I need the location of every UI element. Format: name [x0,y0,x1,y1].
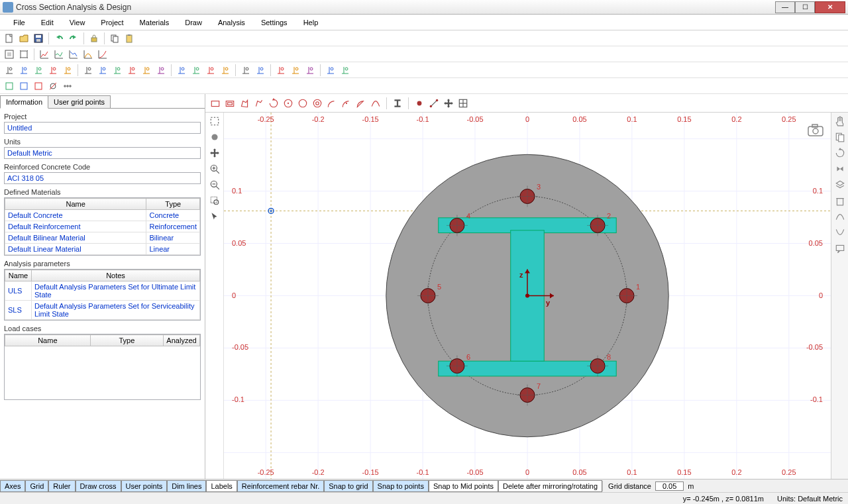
material-row[interactable]: Default ReinforcementReinforcement [5,221,200,232]
analysis-tool-axis3-icon[interactable] [46,64,60,77]
righttool-hand-icon[interactable] [834,115,846,127]
tool-e-icon[interactable] [61,79,74,93]
righttool-s1-icon[interactable] [834,211,846,223]
tool-a-icon[interactable] [3,79,16,93]
tab-information[interactable]: Information [0,95,48,109]
materials-col-type[interactable]: Type [146,199,200,210]
toggle-delete-after-mirroring-rotating[interactable]: Delete after mirroring/rotating [498,480,602,492]
lc-col-type[interactable]: Type [90,335,163,346]
righttool-s2-icon[interactable] [834,227,846,238]
copy-icon[interactable] [108,32,121,45]
viewtool-zoomwin-icon[interactable] [209,195,221,207]
chart1-icon[interactable] [38,48,51,61]
analysis-tool-c1-icon[interactable] [239,64,252,77]
righttool-copy-icon[interactable] [834,131,846,143]
ap-col-notes[interactable]: Notes [32,270,200,281]
toggle-dim-lines[interactable]: Dim lines [167,480,206,492]
analysis-tool-b3-icon[interactable] [204,64,217,77]
draw-move-icon[interactable] [443,97,454,109]
undo-icon[interactable] [52,32,66,45]
analysis-tool-axis2-icon[interactable] [32,64,45,77]
material-row[interactable]: Default Bilinear MaterialBilinear [5,232,200,244]
tool-d-icon[interactable] [46,79,60,93]
righttool-comment-icon[interactable] [834,242,846,254]
analysis-tool-e2-icon[interactable] [339,64,352,77]
draw-rect2-icon[interactable] [224,97,236,109]
menu-draw[interactable]: Draw [177,16,210,29]
analysis-tool-b2-icon[interactable] [189,64,203,77]
new-icon[interactable] [3,32,16,45]
draw-line-icon[interactable] [428,97,440,109]
draw-arc3-icon[interactable] [355,97,367,109]
analysis-tool-c2-icon[interactable] [254,64,267,77]
analysis-tool-a6-icon[interactable] [154,64,168,77]
menu-edit[interactable]: Edit [33,16,62,29]
zoom-fit-icon[interactable] [17,48,30,61]
analysis-tool-d2-icon[interactable] [289,64,302,77]
save-icon[interactable] [32,32,45,45]
paste-icon[interactable] [123,32,136,45]
draw-circ1-icon[interactable] [282,97,294,109]
project-field[interactable]: Untitled [4,122,201,134]
zoom-extents-icon[interactable] [3,48,16,61]
analysis-tool-e1-icon[interactable] [324,64,337,77]
draw-arc1-icon[interactable] [326,97,338,109]
menu-view[interactable]: View [62,16,93,29]
tool-c-icon[interactable] [32,79,45,93]
minimize-button[interactable]: — [775,1,795,13]
close-button[interactable]: ✕ [815,1,845,13]
tool-b-icon[interactable] [17,79,30,93]
material-row[interactable]: Default ConcreteConcrete [5,210,200,221]
toggle-snap-to-points[interactable]: Snap to points [373,480,429,492]
draw-curve-icon[interactable] [370,97,382,109]
analysis-tool-in-icon[interactable] [3,64,16,77]
grid-distance-field[interactable]: 0.05 [655,481,684,491]
righttool-layers-icon[interactable] [834,179,846,191]
righttool-mirror-icon[interactable] [834,163,846,175]
draw-point-icon[interactable] [413,97,425,109]
analysis-tool-b4-icon[interactable] [219,64,232,77]
menu-materials[interactable]: Materials [132,16,178,29]
lc-col-analyzed[interactable]: Analyzed [164,335,200,346]
analysis-tool-a1-icon[interactable] [81,64,95,77]
draw-circ2-icon[interactable] [297,97,309,109]
menu-help[interactable]: Help [295,16,327,29]
draw-rect-icon[interactable] [209,97,221,109]
units-field[interactable]: Default Metric [4,147,201,159]
toggle-axes[interactable]: Axes [0,480,25,492]
rc-code-field[interactable]: ACI 318 05 [4,172,201,184]
righttool-refresh-icon[interactable] [834,147,846,159]
menu-project[interactable]: Project [93,16,131,29]
maximize-button[interactable]: ☐ [795,1,815,13]
analysis-tool-a5-icon[interactable] [140,64,153,77]
analysis-param-row[interactable]: ULSDefault Analysis Parameters Set for U… [5,281,200,301]
analysis-tool-a4-icon[interactable] [125,64,138,77]
tab-user-grid-points[interactable]: User grid points [48,95,111,108]
lock-icon[interactable] [87,32,101,45]
ap-col-name[interactable]: Name [5,270,32,281]
draw-ibeam-icon[interactable] [392,97,403,109]
menu-analysis[interactable]: Analysis [210,16,253,29]
analysis-tool-b1-icon[interactable] [175,64,188,77]
draw-grid-icon[interactable] [457,97,469,109]
viewtool-pan-icon[interactable] [209,131,221,143]
lc-col-name[interactable]: Name [5,335,91,346]
draw-poly-icon[interactable] [238,97,250,109]
menu-settings[interactable]: Settings [253,16,295,29]
draw-arc2-icon[interactable] [341,97,352,109]
analysis-tool-d3-icon[interactable] [303,64,317,77]
drawing-canvas[interactable]: -0.25-0.25-0.2-0.2-0.15-0.15-0.1-0.1-0.0… [224,113,831,479]
analysis-tool-d1-icon[interactable] [274,64,288,77]
toggle-user-points[interactable]: User points [121,480,168,492]
chart5-icon[interactable] [96,48,109,61]
toggle-ruler[interactable]: Ruler [48,480,75,492]
viewtool-zoomin-icon[interactable] [209,163,221,175]
chart3-icon[interactable] [67,48,80,61]
materials-col-name[interactable]: Name [5,199,146,210]
analysis-param-row[interactable]: SLSDefault Analysis Parameters Set for S… [5,301,200,320]
toggle-grid[interactable]: Grid [25,480,48,492]
viewtool-zoomout-icon[interactable] [209,179,221,191]
draw-rot-icon[interactable] [268,97,280,109]
open-icon[interactable] [17,32,30,45]
redo-icon[interactable] [67,32,80,45]
